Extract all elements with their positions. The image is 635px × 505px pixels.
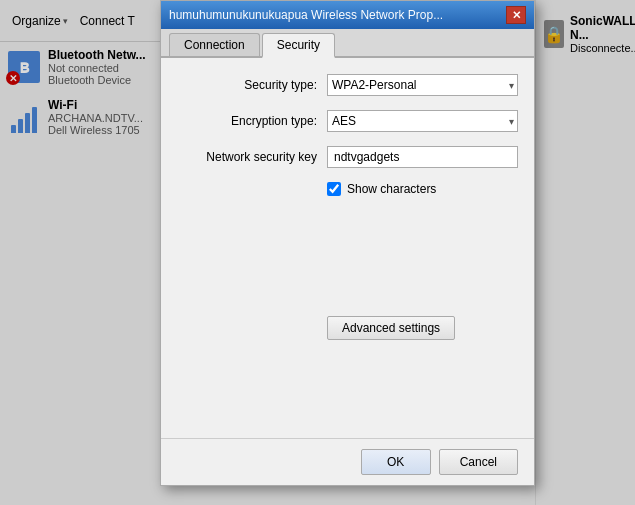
show-characters-checkbox[interactable] — [327, 182, 341, 196]
tab-bar: Connection Security — [161, 29, 534, 58]
cancel-button[interactable]: Cancel — [439, 449, 518, 475]
show-characters-row: Show characters — [327, 182, 518, 196]
tab-security[interactable]: Security — [262, 33, 335, 58]
wireless-properties-dialog: humuhumunukunukuapua Wireless Network Pr… — [160, 0, 535, 486]
security-type-select[interactable]: WPA2-Personal WPA-Personal WPA2-Enterpri… — [327, 74, 518, 96]
close-button[interactable]: ✕ — [506, 6, 526, 24]
dialog-footer: OK Cancel — [161, 438, 534, 485]
encryption-type-row: Encryption type: AES TKIP AES or TKIP ▾ — [177, 110, 518, 132]
network-key-input-wrapper — [327, 146, 518, 168]
security-type-select-wrapper: WPA2-Personal WPA-Personal WPA2-Enterpri… — [327, 74, 518, 96]
dialog-body: Security type: WPA2-Personal WPA-Persona… — [161, 58, 534, 438]
advanced-settings-row: Advanced settings — [327, 316, 518, 340]
network-key-row: Network security key — [177, 146, 518, 168]
network-key-label: Network security key — [177, 150, 327, 164]
title-bar: humuhumunukunukuapua Wireless Network Pr… — [161, 1, 534, 29]
encryption-type-select-wrapper: AES TKIP AES or TKIP ▾ — [327, 110, 518, 132]
dialog-title: humuhumunukunukuapua Wireless Network Pr… — [169, 8, 443, 22]
security-type-row: Security type: WPA2-Personal WPA-Persona… — [177, 74, 518, 96]
show-characters-label[interactable]: Show characters — [347, 182, 436, 196]
encryption-type-select[interactable]: AES TKIP AES or TKIP — [327, 110, 518, 132]
encryption-type-label: Encryption type: — [177, 114, 327, 128]
tab-connection[interactable]: Connection — [169, 33, 260, 56]
ok-button[interactable]: OK — [361, 449, 431, 475]
advanced-settings-button[interactable]: Advanced settings — [327, 316, 455, 340]
network-key-input[interactable] — [327, 146, 518, 168]
security-type-label: Security type: — [177, 78, 327, 92]
